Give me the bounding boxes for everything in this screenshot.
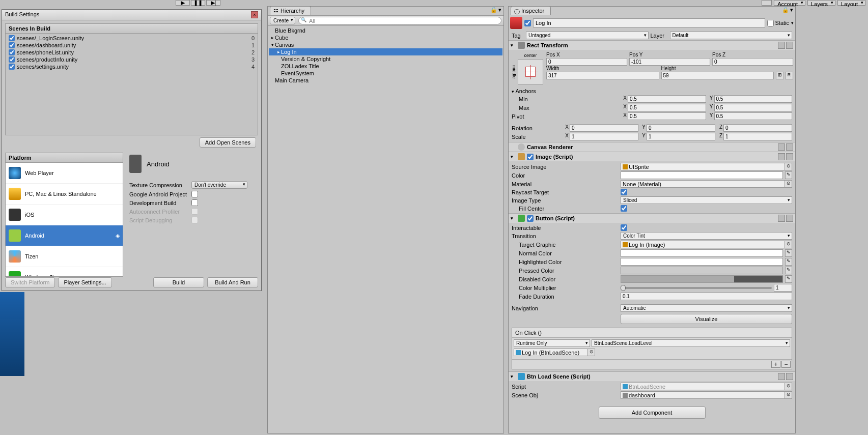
scene-checkbox[interactable] bbox=[9, 56, 15, 63]
fold-icon[interactable]: ▾ bbox=[511, 43, 516, 48]
highlighted-color-field[interactable] bbox=[621, 258, 783, 266]
build-and-run-button[interactable]: Build And Run bbox=[207, 277, 258, 287]
rotation-y[interactable] bbox=[647, 124, 715, 132]
remove-event-button[interactable]: − bbox=[781, 361, 791, 368]
component-header[interactable]: ▾ Btn Load Scene (Script) bbox=[509, 372, 795, 381]
disabled-color-field[interactable] bbox=[621, 275, 783, 283]
static-checkbox[interactable]: Static bbox=[767, 20, 794, 26]
scale-y[interactable] bbox=[647, 133, 715, 140]
hierarchy-item[interactable]: Version & Copyright bbox=[269, 55, 502, 63]
object-picker-icon[interactable]: ⊙ bbox=[785, 383, 792, 390]
color-field[interactable] bbox=[621, 171, 783, 179]
width-input[interactable] bbox=[546, 72, 659, 79]
rotation-x[interactable] bbox=[570, 124, 638, 132]
pos-z-input[interactable] bbox=[712, 58, 793, 66]
gear-icon[interactable] bbox=[786, 143, 793, 151]
hierarchy-item-selected[interactable]: ▸Log In bbox=[269, 48, 502, 55]
eyedropper-icon[interactable]: ✎ bbox=[785, 267, 792, 274]
raw-edit-button[interactable]: R bbox=[785, 72, 793, 79]
component-header[interactable]: ▾ Image (Script) bbox=[509, 152, 795, 161]
help-icon[interactable] bbox=[778, 143, 785, 151]
anchor-max-y[interactable] bbox=[714, 104, 793, 111]
raycast-target-checkbox[interactable] bbox=[621, 189, 627, 195]
pos-x-input[interactable] bbox=[546, 58, 627, 66]
add-component-button[interactable]: Add Component bbox=[599, 407, 706, 419]
anchor-max-x[interactable] bbox=[628, 104, 706, 111]
object-picker-icon[interactable]: ⊙ bbox=[785, 163, 792, 170]
platform-web-player[interactable]: Web Player bbox=[6, 163, 123, 184]
gameobject-name-input[interactable] bbox=[533, 18, 765, 27]
fade-duration-input[interactable] bbox=[621, 293, 792, 300]
inspector-tab[interactable]: ⓘ Inspector bbox=[511, 6, 551, 15]
panel-menu-icon[interactable]: ▾ bbox=[498, 7, 501, 13]
component-header[interactable]: ▾ Button (Script) bbox=[509, 214, 795, 223]
platform-list[interactable]: Web Player PC, Mac & Linux Standalone iO… bbox=[5, 163, 123, 277]
tag-dropdown[interactable]: Untagged bbox=[526, 32, 649, 39]
interactable-checkbox[interactable] bbox=[621, 224, 627, 231]
platform-tizen[interactable]: Tizen bbox=[6, 246, 123, 267]
eyedropper-icon[interactable]: ✎ bbox=[785, 171, 792, 179]
build-button[interactable]: Build bbox=[153, 277, 204, 287]
dev-build-checkbox[interactable] bbox=[191, 199, 198, 206]
platform-android[interactable]: Android◈ bbox=[6, 225, 123, 246]
anchor-min-x[interactable] bbox=[628, 95, 706, 103]
runtime-dropdown[interactable]: Runtime Only bbox=[514, 339, 590, 347]
fold-icon[interactable]: ▾ bbox=[511, 216, 516, 221]
target-graphic-field[interactable]: Log In (Image) bbox=[621, 241, 785, 248]
help-icon[interactable] bbox=[778, 42, 785, 49]
eyedropper-icon[interactable]: ✎ bbox=[785, 249, 792, 257]
source-image-field[interactable]: UISprite bbox=[621, 163, 785, 170]
transition-dropdown[interactable]: Color Tint bbox=[621, 232, 792, 240]
pos-y-input[interactable] bbox=[629, 58, 710, 66]
layout-dropdown[interactable]: Layout bbox=[837, 0, 865, 6]
scene-checkbox[interactable] bbox=[9, 42, 15, 48]
scale-z[interactable] bbox=[723, 133, 792, 140]
hierarchy-item[interactable]: ZOLLadex Title bbox=[269, 63, 502, 70]
account-dropdown[interactable]: Account bbox=[774, 0, 805, 6]
component-header[interactable]: ▾ Canvas Renderer bbox=[509, 142, 795, 152]
fill-center-checkbox[interactable] bbox=[621, 205, 627, 212]
hierarchy-item[interactable]: ▸Cube bbox=[269, 34, 502, 41]
normal-color-field[interactable] bbox=[621, 249, 783, 257]
color-multiplier-slider[interactable] bbox=[621, 287, 772, 289]
build-settings-titlebar[interactable]: Build Settings × bbox=[2, 10, 261, 20]
scene-row[interactable]: scenes/phoneList.unity2 bbox=[7, 49, 257, 56]
google-project-checkbox[interactable] bbox=[191, 191, 198, 197]
create-dropdown[interactable]: Create bbox=[270, 17, 295, 24]
hierarchy-item[interactable]: Main Camera bbox=[269, 77, 502, 84]
scene-row[interactable]: scenes/settings.unity4 bbox=[7, 63, 257, 70]
component-enabled-checkbox[interactable] bbox=[527, 215, 534, 222]
component-header[interactable]: ▾ Rect Transform bbox=[509, 41, 795, 50]
add-open-scenes-button[interactable]: Add Open Scenes bbox=[200, 137, 256, 148]
object-picker-icon[interactable]: ⊙ bbox=[785, 180, 792, 188]
gear-icon[interactable] bbox=[786, 42, 793, 49]
pressed-color-field[interactable] bbox=[621, 267, 783, 274]
play-button[interactable]: ▶ bbox=[176, 0, 190, 6]
layers-dropdown[interactable]: Layers bbox=[807, 0, 835, 6]
event-target-field[interactable]: Log In (BtnLoadScene) bbox=[514, 349, 588, 356]
close-icon[interactable]: × bbox=[251, 11, 258, 18]
image-type-dropdown[interactable]: Sliced bbox=[621, 196, 792, 204]
hierarchy-item[interactable]: EventSystem bbox=[269, 70, 502, 77]
scene-row[interactable]: scenes/dashboard.unity1 bbox=[7, 42, 257, 49]
component-enabled-checkbox[interactable] bbox=[527, 154, 534, 160]
rotation-z[interactable] bbox=[723, 124, 792, 132]
step-button[interactable]: ▶| bbox=[206, 0, 220, 6]
pivot-y[interactable] bbox=[714, 112, 793, 120]
fold-icon[interactable]: ▾ bbox=[511, 374, 516, 379]
layer-dropdown[interactable]: Default bbox=[670, 32, 793, 39]
help-icon[interactable] bbox=[778, 215, 785, 222]
anchor-min-y[interactable] bbox=[714, 95, 793, 103]
object-picker-icon[interactable]: ⊙ bbox=[785, 241, 792, 248]
scene-checkbox[interactable] bbox=[9, 35, 15, 41]
object-picker-icon[interactable]: ⊙ bbox=[785, 391, 792, 399]
scale-x[interactable] bbox=[570, 133, 638, 140]
hierarchy-search[interactable]: All bbox=[298, 17, 501, 24]
function-dropdown[interactable]: BtnLoadScene.LoadLevel bbox=[592, 339, 790, 347]
gear-icon[interactable] bbox=[786, 215, 793, 222]
scene-row[interactable]: scenes/productInfo.unity3 bbox=[7, 56, 257, 63]
hierarchy-item[interactable]: ▾Canvas bbox=[269, 41, 502, 48]
object-picker-icon[interactable]: ⊙ bbox=[588, 349, 595, 356]
platform-windows-store[interactable]: Windows Store bbox=[6, 267, 123, 277]
pause-button[interactable]: ❚❚ bbox=[191, 0, 205, 6]
